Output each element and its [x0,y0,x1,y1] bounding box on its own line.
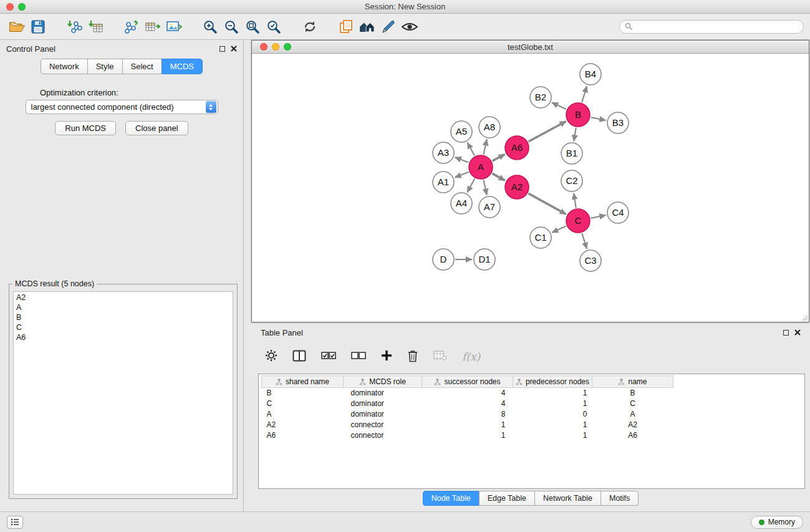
mcds-result-list[interactable]: A2ABCA6 [13,291,233,495]
run-mcds-button[interactable]: Run MCDS [55,121,116,135]
cell[interactable]: B [262,388,344,399]
mcds-result-item[interactable]: B [16,312,230,322]
edge-A-A5[interactable] [468,143,475,156]
table-row[interactable]: Cdominator41C [262,399,673,409]
node-A8[interactable]: A8 [479,117,500,138]
cell[interactable]: 8 [422,409,513,420]
cell[interactable]: C [262,399,344,409]
add-column-icon[interactable] [381,350,392,364]
zoom-window-button[interactable] [18,3,26,11]
column-header-shared-name[interactable]: shared name [262,376,344,388]
annotate-icon[interactable] [378,16,399,37]
table-row[interactable]: Adominator80A [262,409,673,420]
copy-view-icon[interactable] [335,16,357,37]
node-D1[interactable]: D1 [474,249,495,270]
cell[interactable]: connector [344,430,422,441]
open-session-icon[interactable] [6,16,27,37]
cell[interactable]: 1 [422,430,513,441]
table-row[interactable]: Bdominator41B [262,388,673,399]
home-icon[interactable] [357,16,378,37]
cell[interactable]: 1 [513,399,592,409]
cell[interactable]: dominator [344,399,422,409]
show-graphics-details-icon[interactable] [399,16,420,37]
node-A6[interactable]: A6 [505,136,529,160]
node-B1[interactable]: B1 [561,143,582,164]
zoom-selected-icon[interactable] [263,16,284,37]
node-A4[interactable]: A4 [451,193,472,214]
edge-C-C1[interactable] [552,226,566,233]
cell[interactable]: A2 [592,420,673,430]
tab-node-table[interactable]: Node Table [423,491,480,506]
import-network-icon[interactable] [64,16,85,37]
import-table-icon[interactable] [85,16,106,37]
cell[interactable]: A6 [262,430,344,441]
task-history-button[interactable] [7,516,23,529]
tab-network[interactable]: Network [41,59,88,74]
column-header-predecessor-nodes[interactable]: predecessor nodes [513,376,592,388]
node-B2[interactable]: B2 [530,87,551,108]
mcds-result-item[interactable]: C [16,322,230,332]
cell[interactable]: 0 [513,409,592,420]
cell[interactable]: dominator [344,388,422,399]
tab-network-table[interactable]: Network Table [534,491,601,506]
close-window-button[interactable] [6,3,14,11]
export-image-icon[interactable] [163,16,185,37]
edge-A-A3[interactable] [455,157,469,162]
edge-A-A7[interactable] [484,180,487,195]
search-input[interactable] [636,22,798,31]
cell[interactable]: 1 [513,430,592,441]
refresh-layout-icon[interactable] [299,16,321,37]
tab-motifs[interactable]: Motifs [600,491,639,506]
node-C4[interactable]: C4 [607,202,629,223]
close-table-panel-icon[interactable] [794,329,801,336]
cell[interactable]: connector [344,420,422,430]
node-D[interactable]: D [433,249,454,270]
export-network-icon[interactable] [121,16,142,37]
cell[interactable]: C [592,399,673,409]
edge-A-A2[interactable] [492,173,504,180]
cell[interactable]: 4 [422,399,513,409]
edge-A2-C[interactable] [528,193,566,214]
node-B[interactable]: B [566,103,590,127]
edge-C-C3[interactable] [582,233,587,249]
node-C1[interactable]: C1 [530,227,551,248]
column-header-name[interactable]: name [592,376,673,388]
node-A1[interactable]: A1 [433,172,454,193]
zoom-fit-icon[interactable] [242,16,263,37]
minimize-network-button[interactable] [272,43,279,51]
memory-button[interactable]: Memory [751,516,803,529]
node-C3[interactable]: C3 [580,250,601,271]
edge-A-A1[interactable] [455,172,469,178]
cell[interactable]: A6 [592,430,673,441]
edge-A6-B[interactable] [529,122,566,142]
cell[interactable]: 1 [513,420,592,430]
zoom-in-icon[interactable] [200,16,221,37]
cell[interactable]: A [262,409,344,420]
mcds-result-item[interactable]: A2 [16,293,230,302]
delete-column-icon[interactable] [407,349,418,365]
cell[interactable]: 1 [513,388,592,399]
close-panel-icon[interactable] [231,46,237,52]
node-A[interactable]: A [469,155,493,179]
node-B3[interactable]: B3 [607,112,629,133]
tab-edge-table[interactable]: Edge Table [479,491,535,506]
tab-mcds[interactable]: MCDS [162,59,203,74]
cell[interactable]: 4 [422,388,513,399]
zoom-network-button[interactable] [284,43,291,51]
float-panel-icon[interactable] [219,46,225,52]
table-row[interactable]: A6connector11A6 [262,430,673,441]
save-session-icon[interactable] [27,16,49,37]
close-network-button[interactable] [260,43,268,51]
unselect-all-icon[interactable] [351,351,366,362]
float-table-panel-icon[interactable] [783,330,789,336]
node-A5[interactable]: A5 [451,121,472,142]
node-A3[interactable]: A3 [433,142,454,163]
delete-table-icon[interactable] [433,350,447,364]
tab-style[interactable]: Style [87,59,123,74]
zoom-out-icon[interactable] [221,16,242,37]
table-settings-icon[interactable] [265,349,277,364]
cell[interactable]: A2 [262,420,344,430]
mcds-result-item[interactable]: A [16,302,230,312]
criterion-dropdown[interactable]: largest connected component (directed) [26,100,218,114]
mcds-result-item[interactable]: A6 [16,332,230,342]
